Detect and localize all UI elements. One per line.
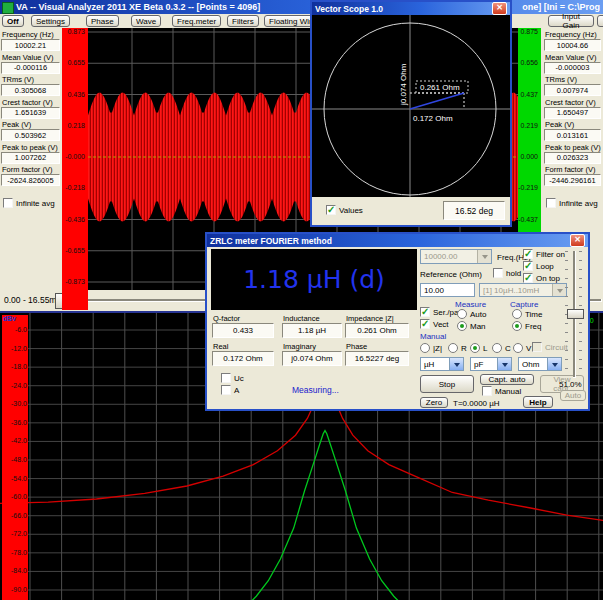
measure-auto-radio[interactable]: Auto — [457, 309, 486, 319]
off-button[interactable]: Off — [2, 15, 24, 27]
field-label: Crest factor (V) — [2, 98, 53, 107]
checkbox-label: Filter on — [536, 250, 565, 259]
reference-label: Reference (Ohm) — [420, 270, 482, 279]
checkbox-label: Values — [339, 206, 363, 215]
frequency-combo: 10000.00 — [420, 249, 492, 264]
mean-value-readout: -0.000003 — [544, 62, 601, 74]
close-icon[interactable]: ✕ — [570, 234, 585, 247]
radio-label: R — [461, 344, 467, 353]
quantity-z-radio[interactable]: |Z| — [420, 343, 442, 353]
gain-percent-label: 51.0% — [559, 380, 582, 389]
radio-label: C — [505, 344, 511, 353]
spectrum-scale-label: -36.0 — [3, 419, 27, 427]
zrlc-title: ZRLC meter FOURIER method — [210, 236, 332, 246]
spectrum-scale-label: -60.0 — [3, 493, 27, 501]
filters-button[interactable]: Filters — [227, 15, 259, 27]
capture-time-radio[interactable]: Time — [512, 309, 542, 319]
main-window-title-fragment: one] [Ini = C:\Prog — [522, 2, 600, 12]
hold-checkbox[interactable]: hold — [493, 268, 521, 278]
checkbox-label: On top — [536, 274, 560, 283]
radio-label: Freq — [525, 322, 541, 331]
stop-button[interactable]: Stop — [420, 375, 474, 393]
field-label: Peak to peak (V) — [545, 143, 601, 152]
loop-checkbox[interactable]: Loop — [523, 261, 554, 271]
radio-label: V — [526, 344, 531, 353]
inductance-unit-combo[interactable]: µH — [420, 357, 464, 371]
field-label: Mean Value (V) — [545, 53, 597, 62]
reactance-value-label: j0.074 Ohm — [399, 63, 408, 106]
spectrum-scale-label: -84.0 — [3, 567, 27, 575]
zrlc-window: ZRLC meter FOURIER method ✕ 1.18 µH (d) … — [205, 232, 590, 411]
settings-button[interactable]: Settings — [31, 15, 70, 27]
spectrum-scale-label: -48.0 — [3, 456, 27, 464]
manual-capture-checkbox[interactable]: Manual — [482, 386, 521, 396]
spectrum-scale-label: -12.0 — [3, 345, 27, 353]
wave-button[interactable]: Wave — [131, 15, 161, 27]
values-checkbox[interactable]: Values — [326, 205, 363, 215]
trms-readout: 0.007974 — [544, 84, 601, 96]
reference-input[interactable]: 10.00 — [420, 283, 475, 297]
gain-auto-button: Auto — [560, 390, 586, 401]
capture-freq-radio[interactable]: Freq — [512, 321, 541, 331]
frequency-readout: 10002.21 — [1, 39, 60, 51]
radio-circle — [513, 343, 523, 353]
spectrum-scale-label: -42.0 — [3, 437, 27, 445]
checkbox-label: Manual — [495, 387, 521, 396]
field-label: Peak to peak (V) — [2, 143, 58, 152]
radio-circle — [492, 343, 502, 353]
vector-scope-canvas: 0.261 Ohm j0.074 Ohm 0.172 Ohm — [312, 15, 510, 197]
zero-button[interactable]: Zero — [420, 397, 448, 408]
capt-auto-button[interactable]: Capt. auto — [480, 374, 534, 385]
infinite-avg-checkbox-left[interactable]: Infinite avg — [3, 198, 55, 208]
main-window-titlebar[interactable]: VA -- Visual Analyzer 2011 XE Beta 0.3.2… — [0, 0, 603, 14]
on-top-checkbox[interactable]: On top — [523, 273, 560, 283]
measure-man-radio[interactable]: Man — [457, 321, 486, 331]
capacitance-unit-combo[interactable]: pF — [470, 357, 512, 371]
quantity-r-radio[interactable]: R — [448, 343, 467, 353]
spectrum-scale-label: -90.0 — [3, 586, 27, 594]
infinite-avg-checkbox-right[interactable]: Infinite avg — [546, 198, 598, 208]
close-icon[interactable]: ✕ — [492, 2, 507, 15]
checkbox-label: A — [234, 386, 239, 395]
checkbox-box — [420, 307, 430, 317]
field-label: Frequency (Hz) — [2, 30, 54, 39]
chevron-down-icon — [497, 358, 511, 370]
checkbox-box — [523, 273, 533, 283]
uc-checkbox[interactable]: Uc — [221, 373, 244, 383]
zrlc-titlebar[interactable]: ZRLC meter FOURIER method ✕ — [207, 234, 588, 247]
radio-circle — [512, 309, 522, 319]
vector-scope-titlebar[interactable]: Vector Scope 1.0 ✕ — [312, 2, 510, 15]
spectrum-scale-label: -30.0 — [3, 400, 27, 408]
result-label: Imaginary — [283, 342, 316, 351]
radio-label: Time — [525, 310, 542, 319]
checkbox-box — [523, 249, 533, 259]
crest-factor-readout: 1.651639 — [1, 107, 60, 119]
gain-slider-thumb[interactable] — [567, 309, 584, 319]
quantity-l-radio[interactable]: L — [470, 343, 487, 353]
combo-value: pF — [471, 358, 497, 370]
combo-value: [1] 10µH..10mH — [480, 284, 552, 296]
field-label: Frequency (Hz) — [545, 30, 597, 39]
circuit-checkbox: Circuit — [532, 342, 568, 352]
input-gain-button[interactable]: Input Gain — [548, 15, 594, 27]
filter-on-checkbox[interactable]: Filter on — [523, 249, 565, 259]
radio-circle — [420, 343, 430, 353]
real-readout: 0.172 Ohm — [212, 351, 274, 366]
combo-value: 10000.00 — [421, 250, 477, 263]
freq-meter-button[interactable]: Freq.meter — [172, 15, 221, 27]
manual-group-label: Manual — [420, 332, 446, 341]
phase-button[interactable]: Phase — [86, 15, 119, 27]
vect-checkbox[interactable]: Vect — [420, 319, 449, 329]
resistance-unit-combo[interactable]: Ohm — [518, 357, 562, 371]
radio-label: Auto — [470, 310, 486, 319]
quantity-c-radio[interactable]: C — [492, 343, 511, 353]
impedance-readout: 0.261 Ohm — [345, 323, 409, 338]
a-checkbox[interactable]: A — [221, 385, 239, 395]
field-label: Peak (V) — [2, 120, 31, 129]
quantity-v-radio[interactable]: V — [513, 343, 531, 353]
partial-toolbar-button[interactable] — [597, 15, 603, 27]
zrlc-help-button[interactable]: Help — [523, 396, 553, 408]
checkbox-box — [532, 342, 542, 352]
spectrum-scale-bar: dBv -6.0-12.0-18.0-24.0-30.0-36.0-42.0-4… — [2, 315, 28, 600]
spectrum-scale-label: -6.0 — [3, 326, 27, 334]
